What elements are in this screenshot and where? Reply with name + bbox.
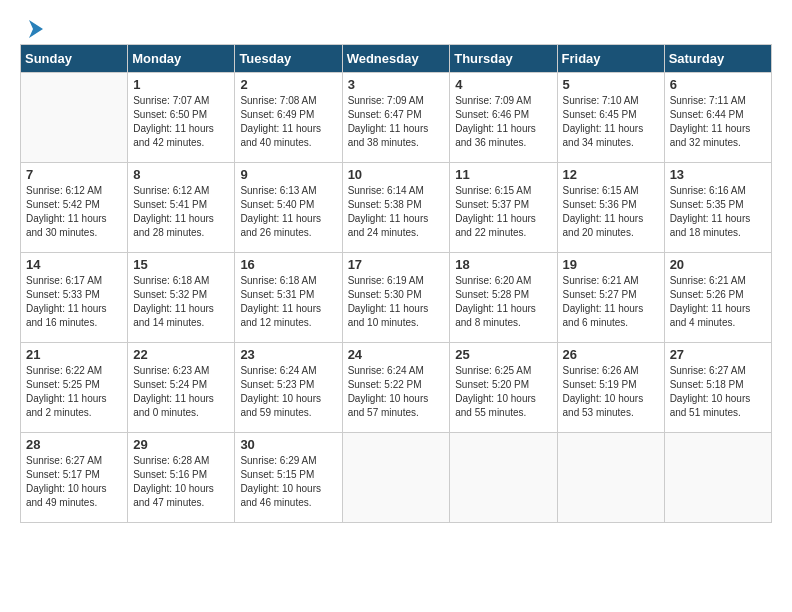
- day-number: 7: [26, 167, 122, 182]
- calendar-cell: 22Sunrise: 6:23 AM Sunset: 5:24 PM Dayli…: [128, 343, 235, 433]
- day-info: Sunrise: 6:24 AM Sunset: 5:23 PM Dayligh…: [240, 364, 336, 420]
- calendar-cell: [664, 433, 771, 523]
- day-info: Sunrise: 6:29 AM Sunset: 5:15 PM Dayligh…: [240, 454, 336, 510]
- calendar-cell: 19Sunrise: 6:21 AM Sunset: 5:27 PM Dayli…: [557, 253, 664, 343]
- day-info: Sunrise: 6:24 AM Sunset: 5:22 PM Dayligh…: [348, 364, 445, 420]
- day-info: Sunrise: 6:27 AM Sunset: 5:17 PM Dayligh…: [26, 454, 122, 510]
- calendar-cell: 28Sunrise: 6:27 AM Sunset: 5:17 PM Dayli…: [21, 433, 128, 523]
- day-number: 4: [455, 77, 551, 92]
- day-number: 20: [670, 257, 766, 272]
- day-number: 1: [133, 77, 229, 92]
- calendar-header-saturday: Saturday: [664, 45, 771, 73]
- week-row-5: 28Sunrise: 6:27 AM Sunset: 5:17 PM Dayli…: [21, 433, 772, 523]
- day-number: 5: [563, 77, 659, 92]
- day-info: Sunrise: 6:19 AM Sunset: 5:30 PM Dayligh…: [348, 274, 445, 330]
- calendar-cell: 6Sunrise: 7:11 AM Sunset: 6:44 PM Daylig…: [664, 73, 771, 163]
- day-number: 27: [670, 347, 766, 362]
- day-number: 9: [240, 167, 336, 182]
- day-info: Sunrise: 6:20 AM Sunset: 5:28 PM Dayligh…: [455, 274, 551, 330]
- day-number: 11: [455, 167, 551, 182]
- day-info: Sunrise: 7:09 AM Sunset: 6:46 PM Dayligh…: [455, 94, 551, 150]
- calendar-cell: 13Sunrise: 6:16 AM Sunset: 5:35 PM Dayli…: [664, 163, 771, 253]
- calendar-cell: 2Sunrise: 7:08 AM Sunset: 6:49 PM Daylig…: [235, 73, 342, 163]
- day-number: 17: [348, 257, 445, 272]
- calendar-cell: 16Sunrise: 6:18 AM Sunset: 5:31 PM Dayli…: [235, 253, 342, 343]
- day-number: 6: [670, 77, 766, 92]
- day-info: Sunrise: 7:10 AM Sunset: 6:45 PM Dayligh…: [563, 94, 659, 150]
- day-number: 19: [563, 257, 659, 272]
- calendar-cell: 4Sunrise: 7:09 AM Sunset: 6:46 PM Daylig…: [450, 73, 557, 163]
- day-number: 12: [563, 167, 659, 182]
- calendar-cell: 26Sunrise: 6:26 AM Sunset: 5:19 PM Dayli…: [557, 343, 664, 433]
- calendar-cell: [450, 433, 557, 523]
- calendar-cell: 17Sunrise: 6:19 AM Sunset: 5:30 PM Dayli…: [342, 253, 450, 343]
- day-info: Sunrise: 6:12 AM Sunset: 5:42 PM Dayligh…: [26, 184, 122, 240]
- calendar-table: SundayMondayTuesdayWednesdayThursdayFrid…: [20, 44, 772, 523]
- day-number: 16: [240, 257, 336, 272]
- calendar-cell: 7Sunrise: 6:12 AM Sunset: 5:42 PM Daylig…: [21, 163, 128, 253]
- calendar-header-friday: Friday: [557, 45, 664, 73]
- day-info: Sunrise: 6:18 AM Sunset: 5:31 PM Dayligh…: [240, 274, 336, 330]
- day-info: Sunrise: 6:25 AM Sunset: 5:20 PM Dayligh…: [455, 364, 551, 420]
- calendar-cell: 11Sunrise: 6:15 AM Sunset: 5:37 PM Dayli…: [450, 163, 557, 253]
- calendar-cell: 3Sunrise: 7:09 AM Sunset: 6:47 PM Daylig…: [342, 73, 450, 163]
- week-row-1: 1Sunrise: 7:07 AM Sunset: 6:50 PM Daylig…: [21, 73, 772, 163]
- calendar-header-row: SundayMondayTuesdayWednesdayThursdayFrid…: [21, 45, 772, 73]
- calendar-cell: 23Sunrise: 6:24 AM Sunset: 5:23 PM Dayli…: [235, 343, 342, 433]
- day-number: 29: [133, 437, 229, 452]
- day-info: Sunrise: 6:17 AM Sunset: 5:33 PM Dayligh…: [26, 274, 122, 330]
- day-number: 30: [240, 437, 336, 452]
- calendar-cell: 15Sunrise: 6:18 AM Sunset: 5:32 PM Dayli…: [128, 253, 235, 343]
- calendar-header-tuesday: Tuesday: [235, 45, 342, 73]
- page-header: [20, 20, 772, 34]
- day-info: Sunrise: 6:15 AM Sunset: 5:37 PM Dayligh…: [455, 184, 551, 240]
- calendar-cell: 10Sunrise: 6:14 AM Sunset: 5:38 PM Dayli…: [342, 163, 450, 253]
- day-number: 25: [455, 347, 551, 362]
- logo-bird-icon: [21, 20, 43, 38]
- calendar-header-sunday: Sunday: [21, 45, 128, 73]
- logo: [20, 20, 44, 34]
- calendar-cell: 14Sunrise: 6:17 AM Sunset: 5:33 PM Dayli…: [21, 253, 128, 343]
- day-info: Sunrise: 6:26 AM Sunset: 5:19 PM Dayligh…: [563, 364, 659, 420]
- day-number: 22: [133, 347, 229, 362]
- day-number: 15: [133, 257, 229, 272]
- calendar-cell: 18Sunrise: 6:20 AM Sunset: 5:28 PM Dayli…: [450, 253, 557, 343]
- calendar-cell: 24Sunrise: 6:24 AM Sunset: 5:22 PM Dayli…: [342, 343, 450, 433]
- svg-marker-0: [29, 20, 43, 38]
- day-info: Sunrise: 6:12 AM Sunset: 5:41 PM Dayligh…: [133, 184, 229, 240]
- day-info: Sunrise: 7:09 AM Sunset: 6:47 PM Dayligh…: [348, 94, 445, 150]
- calendar-cell: 12Sunrise: 6:15 AM Sunset: 5:36 PM Dayli…: [557, 163, 664, 253]
- calendar-cell: 27Sunrise: 6:27 AM Sunset: 5:18 PM Dayli…: [664, 343, 771, 433]
- day-info: Sunrise: 6:28 AM Sunset: 5:16 PM Dayligh…: [133, 454, 229, 510]
- calendar-cell: 20Sunrise: 6:21 AM Sunset: 5:26 PM Dayli…: [664, 253, 771, 343]
- calendar-cell: 30Sunrise: 6:29 AM Sunset: 5:15 PM Dayli…: [235, 433, 342, 523]
- calendar-cell: 5Sunrise: 7:10 AM Sunset: 6:45 PM Daylig…: [557, 73, 664, 163]
- day-number: 21: [26, 347, 122, 362]
- day-info: Sunrise: 6:27 AM Sunset: 5:18 PM Dayligh…: [670, 364, 766, 420]
- day-info: Sunrise: 7:08 AM Sunset: 6:49 PM Dayligh…: [240, 94, 336, 150]
- day-number: 28: [26, 437, 122, 452]
- day-number: 3: [348, 77, 445, 92]
- calendar-cell: [21, 73, 128, 163]
- day-info: Sunrise: 7:07 AM Sunset: 6:50 PM Dayligh…: [133, 94, 229, 150]
- calendar-cell: 21Sunrise: 6:22 AM Sunset: 5:25 PM Dayli…: [21, 343, 128, 433]
- calendar-header-monday: Monday: [128, 45, 235, 73]
- calendar-header-wednesday: Wednesday: [342, 45, 450, 73]
- day-info: Sunrise: 6:16 AM Sunset: 5:35 PM Dayligh…: [670, 184, 766, 240]
- day-info: Sunrise: 6:23 AM Sunset: 5:24 PM Dayligh…: [133, 364, 229, 420]
- week-row-3: 14Sunrise: 6:17 AM Sunset: 5:33 PM Dayli…: [21, 253, 772, 343]
- calendar-cell: [557, 433, 664, 523]
- calendar-cell: 1Sunrise: 7:07 AM Sunset: 6:50 PM Daylig…: [128, 73, 235, 163]
- week-row-4: 21Sunrise: 6:22 AM Sunset: 5:25 PM Dayli…: [21, 343, 772, 433]
- day-info: Sunrise: 6:15 AM Sunset: 5:36 PM Dayligh…: [563, 184, 659, 240]
- day-number: 23: [240, 347, 336, 362]
- day-number: 10: [348, 167, 445, 182]
- day-info: Sunrise: 6:21 AM Sunset: 5:26 PM Dayligh…: [670, 274, 766, 330]
- day-number: 2: [240, 77, 336, 92]
- calendar-cell: 29Sunrise: 6:28 AM Sunset: 5:16 PM Dayli…: [128, 433, 235, 523]
- calendar-cell: 9Sunrise: 6:13 AM Sunset: 5:40 PM Daylig…: [235, 163, 342, 253]
- day-number: 8: [133, 167, 229, 182]
- day-number: 13: [670, 167, 766, 182]
- calendar-cell: [342, 433, 450, 523]
- day-number: 18: [455, 257, 551, 272]
